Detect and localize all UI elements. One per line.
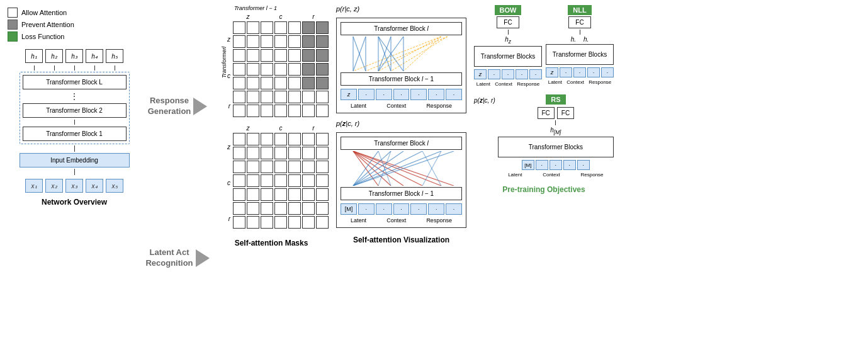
viz-bottom-formula: p(z|c, r) [336,120,466,127]
network-diagram: h₁ h₂ h₃ h₄ h₅ Transformer Block L ⋮ Tra… [8,49,141,344]
m-token-bottom: [M] [341,203,357,215]
section-viz: p(r|c, z) Transformer Block l [334,5,469,347]
transformer-block-2: Transformer Block 2 [23,103,127,118]
x2-token: x₂ [45,179,63,193]
viz-connections-svg-top [341,37,462,71]
mask-cell [233,216,245,229]
mask-cell [288,105,301,117]
network-title: Network Overview [42,198,107,207]
mask-cell [316,105,329,117]
h5-box: h₅ [106,49,123,63]
mask-cell [247,77,259,89]
mask-cell [247,202,259,215]
mask-cell [302,147,315,159]
mask-cell [261,49,273,62]
input-tokens-row: x₁ x₂ x₃ x₄ x₅ [25,179,123,193]
mask-cell [274,174,287,187]
mask-cell [288,161,301,173]
z-token-top: z [341,89,357,100]
mask-cell [302,202,315,215]
rs-hm-label: h[M] [498,127,614,135]
mask-cell-gray [302,77,315,89]
mask-cell-gray [316,35,329,48]
svg-line-0 [353,37,441,71]
mask-cell [233,202,245,215]
mask-cell [316,161,329,173]
mask-cell [233,133,245,145]
dot-token-2-top: · [376,89,392,100]
mask-cell [288,133,301,145]
legend-prevent: Prevent Attention [8,20,141,30]
mask-cell [247,49,259,62]
viz-top-formula: p(r|c, z) [336,5,466,13]
rs-fc1: FC [538,107,555,119]
mask-cell [233,105,245,117]
mask-cell [261,161,273,173]
viz-bottom-block: Transformer Block l [336,132,466,228]
mask-cell [247,91,259,103]
viz-connections-bottom [341,151,462,186]
mask-cell [302,216,315,229]
dot-token-4-bottom: · [410,203,427,215]
mask-cell [274,147,287,159]
section-masks: Transformer l − 1 z c r Transformer l z … [211,5,331,347]
h1-box: h₁ [25,49,43,63]
viz-token-row-top: z · · · · · · [341,89,462,100]
bow-badge: BOW [495,5,522,15]
mask-cell [233,147,245,159]
mask-cell [247,161,259,173]
nll-fc: FC [568,16,591,28]
mask-cell [247,147,259,159]
viz-transformer-l: Transformer Block l [341,22,462,35]
mask-cell [316,174,329,187]
mask-cell [274,105,287,117]
mask-cell [233,35,245,48]
x3-token: x₃ [65,179,83,193]
mask-cell [302,174,315,187]
viz-labels-top: Latent Context Response [341,103,462,109]
mask-cell [274,49,287,62]
dots-separator: ⋮ [23,91,127,101]
mask-cell [247,216,259,229]
latent-label-bottom: Latent [351,217,366,224]
bow-token-labels: LatentContextResponse [474,81,542,87]
nll-token-row: z · · · · [546,67,614,77]
mask-cell [261,202,273,215]
mask-cell [288,63,301,76]
mask-cell [261,105,273,117]
mask-cell-gray [316,21,329,34]
mask-cell [261,63,273,76]
x1-token: x₁ [25,179,43,193]
mask-cell [274,161,287,173]
dot-token-6-top: · [446,89,462,100]
bow-block: BOW FC hz Transformer Blocks z · · · · L… [474,5,542,87]
h4-box: h₄ [86,49,103,63]
mask-cell [247,188,259,201]
mask-cell [288,147,301,159]
response-label-top: Response [426,103,452,109]
mask-cell [274,63,287,76]
mask-cell [302,161,315,173]
top-mask-wrapper: Transformer l − 1 z c r Transformer l z … [214,5,329,117]
mask-cell [261,188,273,201]
latent-label-top: Latent [351,103,366,109]
bow-transformer-blocks: Transformer Blocks [474,46,542,67]
mask-cell-gray [302,49,315,62]
mask-cell [261,147,273,159]
mask-cell [288,174,301,187]
section-network: Allow Attention Prevent Attention Loss F… [5,5,144,347]
mask-cell [316,202,329,215]
allow-attention-box [8,8,18,18]
mask-cell [233,188,245,201]
mask-cell [247,63,259,76]
bottom-formula-label: p(z|c, r) [474,97,495,104]
main-container: Allow Attention Prevent Attention Loss F… [0,0,868,352]
dot-token-1-top: · [358,89,375,100]
mask-cell [316,188,329,201]
viz-connections-top [341,37,462,71]
hidden-states-row: h₁ h₂ h₃ h₄ h₅ [25,49,123,63]
legend-allow: Allow Attention [8,8,141,18]
mask-cell [233,91,245,103]
allow-attention-label: Allow Attention [21,9,67,16]
bottom-mask-grid [233,133,329,232]
